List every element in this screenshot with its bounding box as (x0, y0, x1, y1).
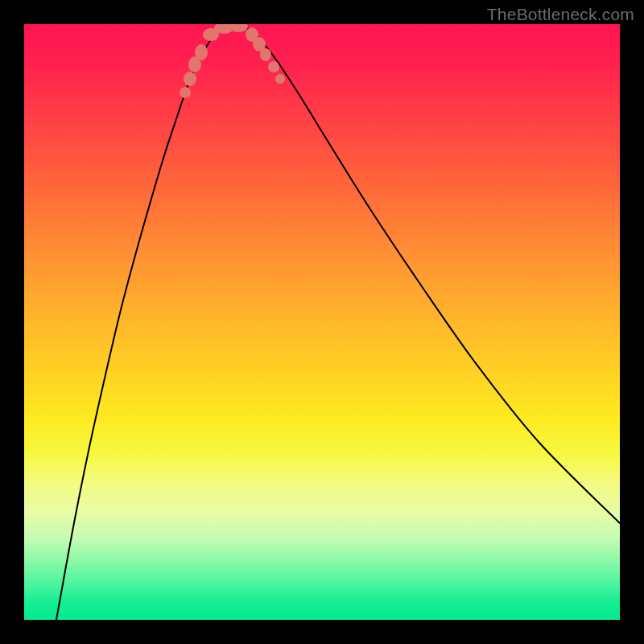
left-cluster-marker (184, 72, 196, 86)
bottleneck-curve (56, 24, 620, 620)
chart-frame: TheBottleneck.com (0, 0, 644, 644)
watermark-text: TheBottleneck.com (487, 5, 634, 24)
curve-svg (24, 24, 620, 620)
marker-group (180, 24, 285, 98)
plot-area (24, 24, 620, 620)
right-cluster-marker (260, 48, 271, 61)
left-cluster-marker (180, 87, 191, 98)
bottleneck-curve (56, 24, 620, 620)
right-cluster-marker (275, 74, 285, 84)
right-cluster-marker (268, 61, 279, 72)
left-cluster-marker (195, 44, 208, 60)
